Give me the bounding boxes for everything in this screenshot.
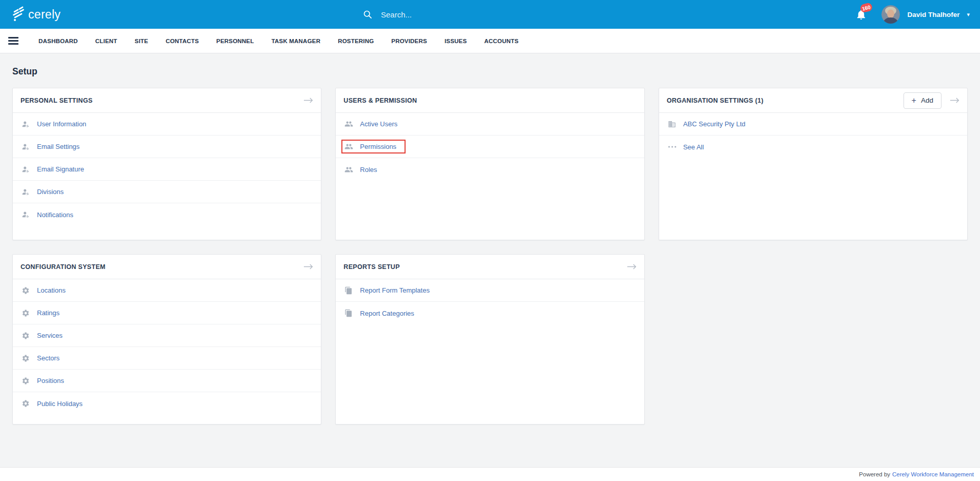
- list-item-roles[interactable]: Roles: [336, 158, 644, 181]
- list-item-email-settings[interactable]: Email Settings: [13, 136, 321, 158]
- row-content: Positions: [18, 374, 73, 388]
- row-content: Active Users: [341, 117, 407, 131]
- plus-icon: +: [912, 97, 916, 105]
- row-content: Ratings: [18, 306, 69, 320]
- user-name[interactable]: David Thalhofer: [907, 11, 959, 18]
- nav-item-task-manager[interactable]: TASK MANAGER: [263, 38, 329, 44]
- chevron-down-icon[interactable]: ▾: [967, 11, 970, 18]
- brand-logo[interactable]: cerely: [11, 6, 61, 24]
- item-label: Report Form Templates: [360, 286, 430, 294]
- nav-item-site[interactable]: SITE: [126, 38, 157, 44]
- item-label: Email Settings: [37, 143, 80, 150]
- card-title: REPORTS SETUP: [343, 263, 399, 271]
- item-label: Divisions: [37, 188, 64, 196]
- setup-cards-grid: PERSONAL SETTINGSUser InformationEmail S…: [12, 88, 968, 425]
- user-gear-icon: [22, 165, 30, 174]
- row-content: Report Categories: [341, 306, 424, 320]
- nav-item-client[interactable]: CLIENT: [87, 38, 126, 44]
- notification-badge: 160: [860, 2, 873, 13]
- users-icon: [344, 143, 353, 150]
- card-title: CONFIGURATION SYSTEM: [21, 263, 106, 271]
- ellipsis-icon: [668, 145, 677, 148]
- cerely-logo-icon: [11, 6, 25, 24]
- list-item-report-form-templates[interactable]: Report Form Templates: [336, 279, 644, 302]
- list-item-active-users[interactable]: Active Users: [336, 113, 644, 136]
- item-label: Notifications: [37, 211, 73, 219]
- nav-item-personnel[interactable]: PERSONNEL: [207, 38, 262, 44]
- item-label: Email Signature: [37, 165, 84, 173]
- item-label: ABC Security Pty Ltd: [683, 120, 745, 128]
- global-search: [362, 0, 638, 29]
- list-item-sectors[interactable]: Sectors: [13, 347, 321, 370]
- item-label: Services: [37, 332, 63, 339]
- row-content: ABC Security Pty Ltd: [665, 117, 755, 131]
- list-item-public-holidays[interactable]: Public Holidays: [13, 392, 321, 415]
- highlight-box: Permissions: [341, 140, 406, 153]
- card-users-permission: USERS & PERMISSIONActive UsersPermission…: [335, 88, 644, 240]
- item-label: Active Users: [360, 120, 397, 128]
- gear-icon: [22, 286, 30, 295]
- topbar-right: 160 David Thalhofer ▾: [855, 5, 980, 24]
- row-content: Notifications: [18, 207, 83, 222]
- row-content: Public Holidays: [18, 396, 92, 411]
- card-header-personal-settings: PERSONAL SETTINGS: [13, 88, 321, 113]
- row-content: Email Signature: [18, 162, 93, 177]
- brand-name: cerely: [28, 8, 61, 22]
- nav-item-providers[interactable]: PROVIDERS: [382, 38, 436, 44]
- footer-link[interactable]: Cerely Workforce Management: [892, 471, 974, 477]
- item-label: Permissions: [360, 143, 396, 150]
- top-bar: cerely 160 David: [0, 0, 980, 29]
- card-title: PERSONAL SETTINGS: [21, 97, 92, 104]
- nav-item-rostering[interactable]: ROSTERING: [329, 38, 382, 44]
- card-title: ORGANISATION SETTINGS (1): [667, 97, 764, 104]
- row-content: Report Form Templates: [341, 283, 439, 298]
- add-button[interactable]: +Add: [904, 92, 941, 109]
- item-label: Sectors: [37, 354, 60, 362]
- nav-item-contacts[interactable]: CONTACTS: [157, 38, 208, 44]
- list-item-locations[interactable]: Locations: [13, 279, 321, 302]
- item-label: Ratings: [37, 309, 60, 317]
- arrow-right-icon[interactable]: [303, 97, 313, 104]
- menu-icon[interactable]: [8, 37, 18, 45]
- footer-text: Powered by: [859, 471, 890, 477]
- row-content: See All: [665, 140, 713, 154]
- arrow-right-icon[interactable]: [303, 263, 313, 270]
- search-input[interactable]: [381, 10, 638, 19]
- arrow-right-icon[interactable]: [627, 263, 637, 270]
- users-icon: [344, 166, 353, 174]
- list-item-report-categories[interactable]: Report Categories: [336, 302, 644, 324]
- building-icon: [668, 120, 677, 128]
- avatar[interactable]: [881, 5, 900, 24]
- main-nav: DASHBOARDCLIENTSITECONTACTSPERSONNELTASK…: [0, 29, 980, 53]
- add-button-label: Add: [921, 97, 933, 104]
- card-personal-settings: PERSONAL SETTINGSUser InformationEmail S…: [12, 88, 321, 240]
- user-gear-icon: [22, 210, 30, 219]
- page-title: Setup: [12, 53, 968, 88]
- list-item-positions[interactable]: Positions: [13, 370, 321, 392]
- list-item-permissions[interactable]: Permissions: [336, 136, 644, 158]
- list-item-services[interactable]: Services: [13, 324, 321, 347]
- list-item-user-information[interactable]: User Information: [13, 113, 321, 136]
- main-content: Setup PERSONAL SETTINGSUser InformationE…: [0, 53, 980, 425]
- list-item-email-signature[interactable]: Email Signature: [13, 158, 321, 181]
- arrow-right-icon[interactable]: [950, 97, 959, 104]
- list-item-see-all[interactable]: See All: [659, 136, 967, 158]
- card-header-reports-setup: REPORTS SETUP: [336, 255, 644, 279]
- item-label: See All: [683, 143, 704, 151]
- search-icon: [362, 9, 373, 20]
- item-label: Roles: [360, 166, 377, 174]
- documents-icon: [344, 286, 353, 295]
- notifications-button[interactable]: 160: [855, 8, 867, 21]
- item-label: Positions: [37, 377, 64, 384]
- gear-icon: [22, 399, 30, 408]
- list-item-divisions[interactable]: Divisions: [13, 181, 321, 203]
- user-gear-icon: [22, 143, 30, 151]
- gear-icon: [22, 354, 30, 362]
- nav-item-dashboard[interactable]: DASHBOARD: [30, 38, 87, 44]
- list-item-ratings[interactable]: Ratings: [13, 302, 321, 324]
- nav-item-issues[interactable]: ISSUES: [436, 38, 475, 44]
- nav-item-accounts[interactable]: ACCOUNTS: [475, 38, 527, 44]
- list-item-notifications[interactable]: Notifications: [13, 203, 321, 226]
- row-content: Roles: [341, 163, 386, 177]
- list-item-abc-security-pty-ltd[interactable]: ABC Security Pty Ltd: [659, 113, 967, 136]
